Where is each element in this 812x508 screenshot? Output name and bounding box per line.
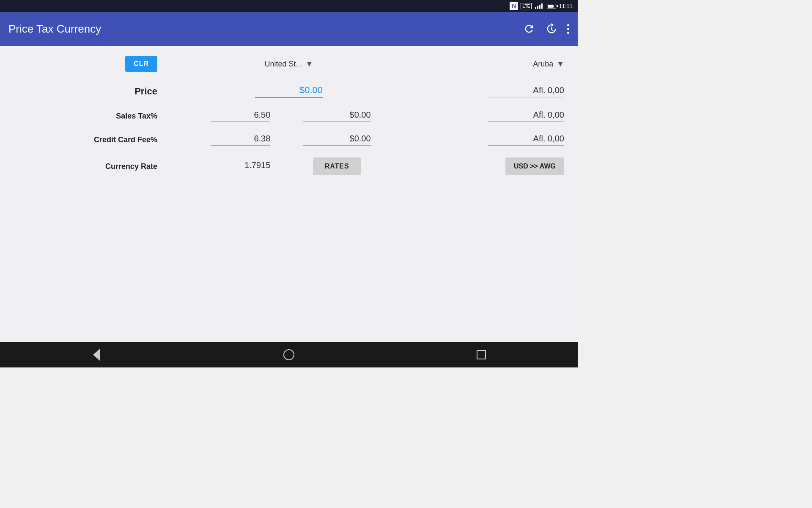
signal-icon xyxy=(535,3,543,9)
price-input[interactable] xyxy=(255,85,323,98)
rates-button-section: RATES xyxy=(291,157,384,175)
refresh-icon[interactable] xyxy=(523,23,535,35)
credit-card-fee-label: Credit Card Fee% xyxy=(94,135,157,144)
sales-tax-usd-value: $0.00 xyxy=(303,110,371,122)
price-converted-value: Afl. 0,00 xyxy=(488,86,564,97)
price-label-section: Price xyxy=(14,86,174,97)
back-button[interactable] xyxy=(84,346,109,363)
sales-tax-label: Sales Tax% xyxy=(116,112,157,121)
credit-card-fee-input-section xyxy=(194,134,270,146)
home-button[interactable] xyxy=(276,346,302,363)
credit-card-fee-converted-section: Afl. 0,00 xyxy=(403,134,564,146)
target-currency-section: Aruba ▼ xyxy=(403,60,564,69)
price-label: Price xyxy=(134,86,157,97)
currency-rate-input[interactable] xyxy=(211,160,270,172)
main-content: CLR United St... ▼ Aruba ▼ Price Afl. 0,… xyxy=(0,46,578,342)
target-currency-value: Aruba xyxy=(533,60,553,69)
credit-card-fee-input[interactable] xyxy=(211,134,270,146)
base-currency-dropdown[interactable]: United St... ▼ xyxy=(265,60,313,69)
sales-tax-label-section: Sales Tax% xyxy=(14,112,174,121)
base-currency-chevron-icon: ▼ xyxy=(306,60,313,69)
top-controls-row: CLR United St... ▼ Aruba ▼ xyxy=(14,56,564,72)
price-row: Price Afl. 0,00 xyxy=(14,85,564,98)
base-currency-value: United St... xyxy=(265,60,302,69)
lte-icon: LTE xyxy=(521,3,532,9)
app-bar: Price Tax Currency xyxy=(0,12,578,46)
target-currency-dropdown[interactable]: Aruba ▼ xyxy=(533,60,564,69)
credit-card-fee-converted-value: Afl. 0,00 xyxy=(488,134,564,146)
status-icons: N LTE 11:11 xyxy=(510,2,573,10)
credit-card-fee-usd-section: $0.00 xyxy=(291,134,384,146)
conversion-button-section: USD >> AWG xyxy=(403,157,564,175)
credit-card-fee-row: Credit Card Fee% $0.00 Afl. 0,00 xyxy=(14,134,564,146)
battery-icon xyxy=(547,4,556,8)
history-icon[interactable] xyxy=(545,23,557,35)
currency-rate-row: Currency Rate RATES USD >> AWG xyxy=(14,157,564,175)
credit-card-fee-label-section: Credit Card Fee% xyxy=(14,135,174,144)
app-title: Price Tax Currency xyxy=(8,22,101,36)
clr-section: CLR xyxy=(14,56,174,72)
currency-rate-label-section: Currency Rate xyxy=(14,162,174,171)
credit-card-fee-usd-value: $0.00 xyxy=(303,134,371,146)
navigation-bar xyxy=(0,342,578,367)
sales-tax-converted-section: Afl. 0,00 xyxy=(403,110,564,122)
clock: 11:11 xyxy=(559,3,573,9)
price-converted-section: Afl. 0,00 xyxy=(403,86,564,97)
price-input-section xyxy=(242,85,335,98)
rates-button[interactable]: RATES xyxy=(313,157,361,175)
currency-rate-label: Currency Rate xyxy=(105,162,157,171)
nougat-logo: N xyxy=(510,2,518,10)
conversion-direction-button[interactable]: USD >> AWG xyxy=(505,157,564,175)
app-bar-actions xyxy=(523,23,569,35)
recents-button[interactable] xyxy=(469,346,494,363)
sales-tax-converted-value: Afl. 0,00 xyxy=(488,110,564,122)
base-currency-section: United St... ▼ xyxy=(204,60,373,69)
sales-tax-input-section xyxy=(194,110,270,122)
clr-button[interactable]: CLR xyxy=(125,56,157,72)
status-bar: N LTE 11:11 xyxy=(0,0,578,12)
sales-tax-usd-section: $0.00 xyxy=(291,110,384,122)
sales-tax-input[interactable] xyxy=(211,110,270,122)
currency-rate-input-section xyxy=(194,160,270,172)
more-menu-icon[interactable] xyxy=(567,24,569,34)
sales-tax-row: Sales Tax% $0.00 Afl. 0,00 xyxy=(14,110,564,122)
target-currency-chevron-icon: ▼ xyxy=(557,60,564,69)
